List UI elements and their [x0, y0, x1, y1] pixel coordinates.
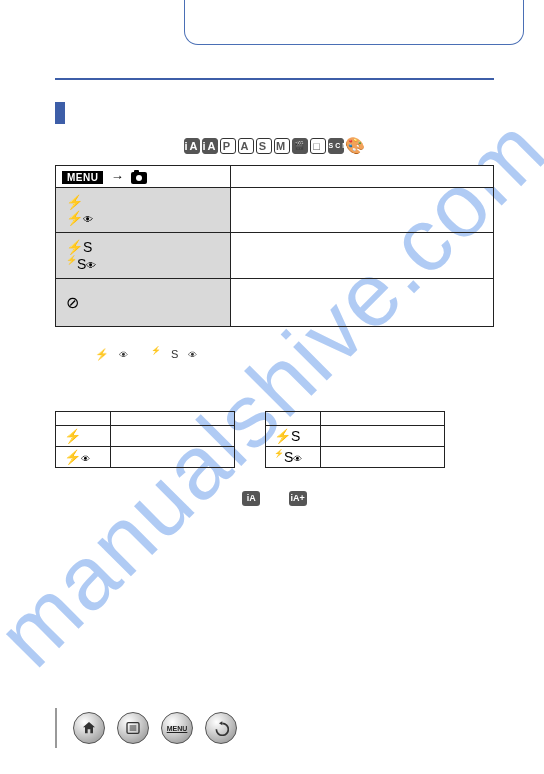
list-icon [125, 720, 141, 736]
contents-button[interactable] [117, 712, 149, 744]
right-r2: ⚡S👁 [266, 447, 321, 468]
mode-panorama-icon: □ [310, 138, 326, 154]
flash-row-2-desc [231, 233, 494, 279]
menu-badge: MENU [62, 171, 103, 184]
flash-row-3: ⊘ [56, 278, 231, 326]
mode-ia-icon: iA [184, 138, 200, 154]
flash-row-2: ⚡S ⚡S👁 [56, 233, 231, 279]
ia-mode-row: iA iA+ [55, 488, 494, 506]
camera-icon [131, 172, 147, 184]
back-icon [213, 720, 229, 736]
footer-nav: MENU [55, 708, 237, 748]
heading-bar [55, 102, 65, 124]
mode-s-icon: S [256, 138, 272, 154]
top-rule [55, 78, 494, 80]
mode-iaplus-icon: iA+ [202, 138, 218, 154]
footer-divider [55, 708, 57, 748]
home-button[interactable] [73, 712, 105, 744]
redeye-icon-2: ⚡S👁 [151, 348, 207, 360]
mode-a-icon: A [238, 138, 254, 154]
menu-path-cell: MENU → [56, 166, 231, 188]
flash-row-1: ⚡ ⚡👁 [56, 188, 231, 233]
back-button[interactable] [205, 712, 237, 744]
mode-p-icon: P [220, 138, 236, 154]
menu-label: MENU [167, 725, 188, 732]
flash-row-3-desc [231, 278, 494, 326]
left-r1: ⚡ [56, 426, 111, 447]
right-r1: ⚡S [266, 426, 321, 447]
section-heading [55, 102, 494, 124]
iaplus-icon: iA+ [289, 491, 307, 506]
flash-row-1-desc [231, 188, 494, 233]
left-r2: ⚡👁 [56, 447, 111, 468]
redeye-icon-1: ⚡👁 [95, 348, 138, 360]
menu-button[interactable]: MENU [161, 712, 193, 744]
header-empty [231, 166, 494, 188]
small-table-right: ⚡S ⚡S👁 [265, 411, 445, 468]
mode-dial-icons: iAiA+PASM🎬M□SCN🎨 [55, 136, 494, 155]
mode-art-icon: 🎨 [345, 137, 367, 154]
small-table-left: ⚡ ⚡👁 [55, 411, 235, 468]
small-tables-row: ⚡ ⚡👁 ⚡S ⚡S👁 [55, 411, 494, 468]
redeye-icons-row: ⚡👁 ⚡S👁 [95, 347, 494, 362]
ia-icon: iA [242, 491, 260, 506]
mode-scn-icon: SCN [328, 138, 344, 154]
flash-settings-table: MENU → ⚡ ⚡👁 ⚡S ⚡S👁 ⊘ [55, 165, 494, 327]
mode-c-icon: 🎬M [292, 138, 308, 154]
home-icon [81, 720, 97, 736]
mode-m-icon: M [274, 138, 290, 154]
